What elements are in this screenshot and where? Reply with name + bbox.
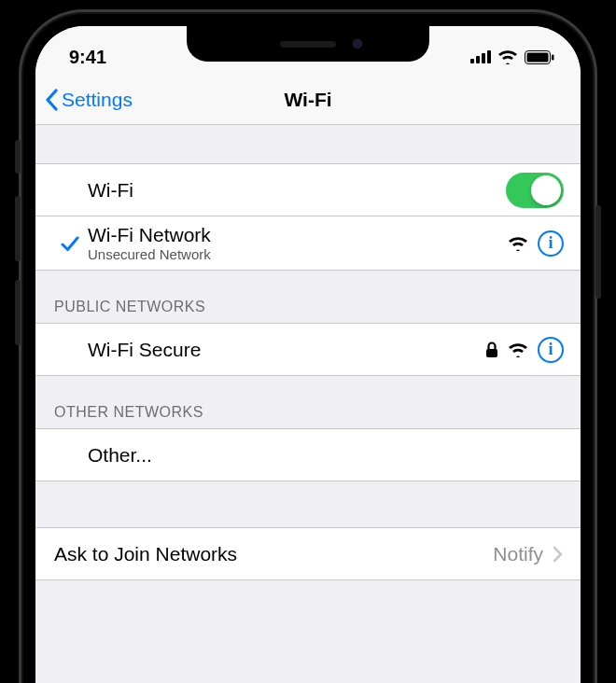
svg-rect-7 [486,349,497,357]
ask-to-join-row[interactable]: Ask to Join Networks Notify [35,528,581,580]
phone-frame: 9:41 Settings Wi-Fi [19,9,597,683]
info-icon[interactable]: i [538,337,564,363]
ask-to-join-label: Ask to Join Networks [54,543,493,565]
volume-up-button [15,196,21,261]
nav-bar: Settings Wi-Fi [35,75,581,125]
battery-icon [525,50,554,64]
public-network-row[interactable]: Wi-Fi Secure i [35,324,581,376]
status-time: 9:41 [69,47,106,68]
checkmark-icon [60,233,80,254]
other-network-row[interactable]: Other... [35,429,581,481]
svg-rect-1 [476,56,480,63]
volume-down-button [15,280,21,345]
chevron-left-icon [45,89,60,111]
wifi-toggle-label: Wi-Fi [88,179,506,202]
section-gap [35,481,581,528]
section-gap [35,125,581,164]
current-network-detail: Unsecured Network [88,246,508,262]
lock-icon [485,342,498,358]
current-network-name: Wi-Fi Network [88,224,508,246]
wifi-signal-icon [508,342,528,357]
public-networks-header: PUBLIC NETWORKS [35,271,581,324]
svg-rect-0 [470,59,474,63]
info-icon[interactable]: i [538,230,564,257]
toggle-knob [531,175,561,205]
cellular-icon [470,50,491,63]
wifi-icon [497,49,518,64]
other-networks-header: OTHER NETWORKS [35,376,581,429]
chevron-right-icon [553,546,564,563]
notch [187,26,429,62]
ask-to-join-value: Notify [493,543,543,565]
wifi-toggle-row[interactable]: Wi-Fi [35,164,581,216]
current-network-row[interactable]: Wi-Fi Network Unsecured Network i [35,216,581,271]
screen: 9:41 Settings Wi-Fi [35,26,581,683]
back-label: Settings [62,89,133,111]
wifi-signal-icon [508,236,528,251]
svg-rect-2 [482,53,485,63]
other-label: Other... [88,444,564,467]
public-network-name: Wi-Fi Secure [88,339,485,361]
side-button [595,205,601,299]
wifi-toggle[interactable] [506,173,564,208]
svg-rect-3 [487,50,491,63]
front-camera [353,39,362,49]
mute-switch [15,140,21,174]
page-title: Wi-Fi [284,89,331,111]
speaker [280,41,336,48]
svg-rect-5 [527,52,549,62]
status-icons [470,49,554,64]
svg-rect-6 [552,54,554,60]
back-button[interactable]: Settings [45,89,133,111]
